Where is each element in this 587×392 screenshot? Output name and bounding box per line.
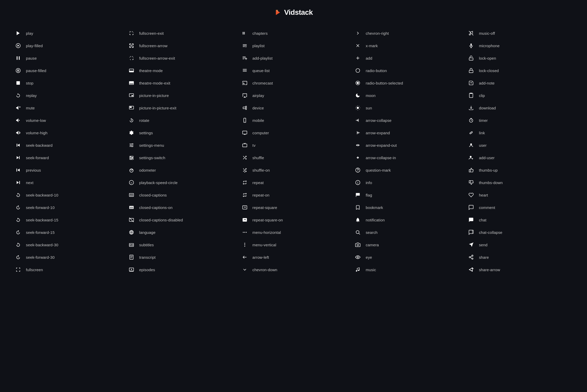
arrow-collapse-in-label: arrow-collapse-in	[366, 156, 396, 160]
moon-icon	[354, 92, 361, 99]
flag-icon	[354, 191, 361, 199]
icon-row-menu-horizontal: menu-horizontal	[237, 226, 350, 239]
picture-in-picture-icon	[128, 92, 135, 99]
chat-label: chat	[479, 218, 486, 222]
theatre-mode-exit-icon	[128, 79, 135, 87]
add-playlist-icon	[241, 54, 248, 62]
svg-marker-20	[18, 169, 20, 172]
comment-label: comment	[479, 205, 495, 210]
repeat-label: repeat	[253, 180, 264, 185]
icon-row-playback-speed-circle: 1xplayback-speed-circle	[124, 176, 237, 189]
icon-row-timer: timer	[463, 114, 577, 127]
play-filled-icon	[15, 42, 22, 49]
svg-text:10: 10	[17, 194, 18, 196]
vidstack-logo-icon	[274, 9, 282, 16]
add-user-label: add-user	[479, 156, 494, 160]
icon-row-eye: eye	[350, 251, 463, 263]
svg-rect-65	[131, 207, 133, 207]
volume-high-label: volume-high	[26, 131, 47, 135]
sun-icon	[354, 104, 361, 111]
icon-row-chevron-down: chevron-down	[237, 263, 350, 276]
lock-closed-label: lock-closed	[479, 68, 499, 73]
add-playlist-label: add-playlist	[253, 56, 273, 60]
repeat-square-on-label: repeat-square-on	[253, 218, 283, 222]
picture-in-picture-exit-label: picture-in-picture-exit	[139, 106, 177, 110]
add-user-icon	[467, 154, 475, 161]
x-mark-icon	[354, 42, 361, 49]
icon-row-download: download	[463, 102, 577, 114]
x-mark-label: x-mark	[366, 44, 378, 48]
svg-point-110	[244, 232, 245, 233]
icon-row-share: share	[463, 251, 577, 263]
picture-in-picture-exit-icon	[128, 104, 135, 111]
arrow-collapse-icon	[354, 117, 361, 124]
lock-open-label: lock-open	[479, 56, 496, 60]
transcript-icon	[128, 254, 135, 261]
icon-row-clip: clip	[463, 89, 577, 102]
icon-row-camera: camera	[350, 239, 463, 251]
icon-row-chromecast: chromecast	[237, 77, 350, 89]
svg-marker-15	[16, 131, 18, 135]
svg-line-131	[359, 106, 360, 107]
svg-point-122	[357, 82, 359, 84]
icon-row-music-off: music-off	[463, 27, 577, 39]
svg-point-171	[472, 255, 473, 256]
svg-rect-34	[129, 81, 134, 83]
svg-point-113	[244, 244, 245, 245]
svg-rect-75	[130, 255, 133, 260]
icon-row-music: music	[350, 263, 463, 276]
radio-button-selected-label: radio-button-selected	[366, 81, 403, 85]
repeat-square-on-icon	[241, 216, 248, 223]
icon-row-arrow-expand: arrow-expand	[350, 127, 463, 139]
queue-list-icon	[241, 67, 248, 74]
seek-forward-10-label: seek-forward-10	[26, 205, 55, 210]
svg-line-130	[356, 109, 357, 109]
language-icon	[128, 229, 135, 236]
microphone-label: microphone	[479, 44, 500, 48]
svg-rect-60	[131, 194, 133, 195]
mobile-icon	[241, 117, 248, 124]
icon-row-arrow-left: arrow-left	[237, 251, 350, 263]
icon-row-previous: previous	[10, 164, 124, 176]
closed-captions-disabled-label: closed-captions-disabled	[139, 218, 183, 222]
seek-backward-10-icon: 10	[15, 191, 22, 199]
svg-text:15: 15	[18, 232, 19, 233]
icon-row-seek-backward: seek-backward	[10, 139, 124, 151]
odometer-icon	[128, 166, 135, 174]
arrow-expand-out-icon	[354, 142, 361, 149]
icon-row-closed-captions-disabled: closed-captions-disabled	[124, 214, 237, 226]
svg-rect-159	[470, 93, 472, 94]
playback-speed-circle-label: playback-speed-circle	[139, 180, 178, 185]
clip-label: clip	[479, 93, 485, 98]
eye-icon	[354, 254, 361, 261]
svg-marker-11	[16, 106, 18, 110]
seek-forward-10-icon: 10	[15, 204, 22, 211]
playback-speed-circle-icon: 1x	[128, 179, 135, 186]
previous-label: previous	[26, 168, 41, 172]
camera-label: camera	[366, 243, 379, 247]
icon-row-theatre-mode: theatre-mode	[124, 64, 237, 77]
icon-row-shuffle: shuffle	[237, 151, 350, 164]
svg-line-127	[359, 109, 360, 109]
comment-icon	[467, 204, 475, 211]
chromecast-icon	[241, 79, 248, 87]
lock-open-icon	[467, 54, 475, 62]
playlist-label: playlist	[253, 44, 265, 48]
svg-rect-49	[129, 157, 133, 158]
arrow-expand-label: arrow-expand	[366, 131, 390, 135]
svg-text:10: 10	[18, 207, 19, 208]
seek-backward-15-label: seek-backward-15	[26, 218, 58, 222]
icon-row-share-arrow: share-arrow	[463, 263, 577, 276]
icon-row-thumbs-up: thumbs-up	[463, 164, 577, 176]
notification-icon	[354, 216, 361, 223]
share-label: share	[479, 255, 489, 260]
svg-marker-22	[17, 181, 19, 184]
microphone-icon	[467, 42, 475, 49]
closed-captions-label: closed-captions	[139, 193, 167, 197]
svg-point-55	[131, 170, 132, 171]
icon-row-odometer: odometer	[124, 164, 237, 176]
shuffle-label: shuffle	[253, 156, 264, 160]
icon-row-sun: sun	[350, 102, 463, 114]
icon-row-notification: notification	[350, 214, 463, 226]
bookmark-label: bookmark	[366, 205, 383, 210]
